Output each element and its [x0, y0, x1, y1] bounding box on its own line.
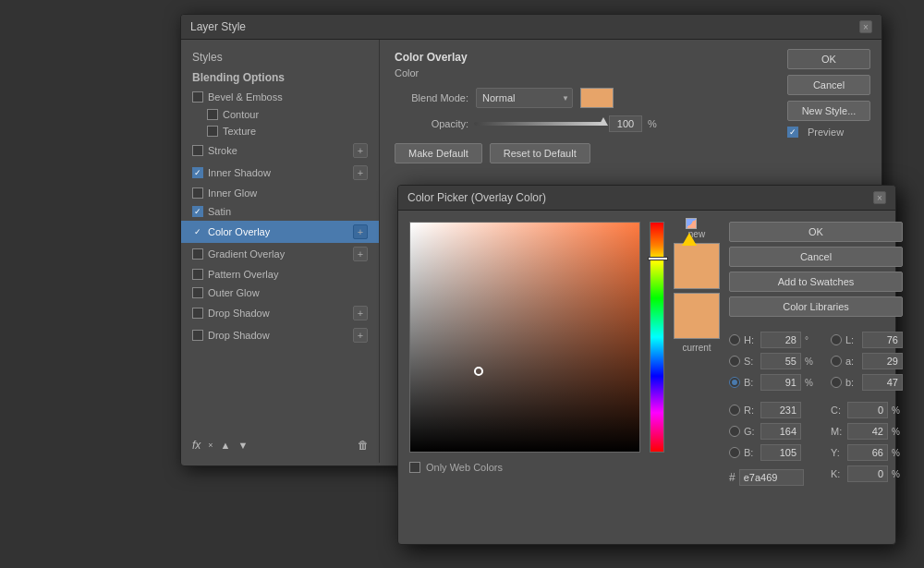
bv-radio[interactable]	[729, 447, 740, 458]
b-radio[interactable]	[729, 377, 740, 388]
blab-radio[interactable]	[831, 377, 842, 388]
Y-unit: %	[892, 448, 903, 458]
inner-glow-checkbox[interactable]	[192, 187, 203, 199]
s-radio[interactable]	[729, 356, 740, 367]
a-radio[interactable]	[831, 356, 842, 367]
add-to-swatches-button[interactable]: Add to Swatches	[729, 272, 903, 292]
g-input[interactable]	[760, 423, 801, 440]
bevel-label: Bevel & Emboss	[208, 91, 283, 103]
move-up-button[interactable]: ▲	[221, 440, 231, 451]
Y-input[interactable]	[847, 444, 888, 461]
L-radio[interactable]	[831, 334, 842, 345]
sidebar-item-satin[interactable]: Satin	[181, 202, 379, 221]
color-overlay-checkbox[interactable]	[192, 226, 203, 237]
reset-to-default-button[interactable]: Reset to Default	[490, 143, 590, 163]
blend-mode-select[interactable]: Normal	[476, 88, 573, 108]
drop-shadow-1-plus-button[interactable]: +	[353, 306, 368, 320]
sidebar-item-drop-shadow-1[interactable]: Drop Shadow +	[181, 302, 379, 324]
drop-shadow-2-checkbox[interactable]	[192, 330, 203, 341]
make-default-button[interactable]: Make Default	[395, 143, 482, 163]
h-radio[interactable]	[729, 334, 740, 345]
blending-options-item[interactable]: Blending Options	[181, 67, 379, 88]
delete-button[interactable]: 🗑	[358, 439, 369, 452]
styles-header[interactable]: Styles	[181, 47, 379, 67]
gradient-overlay-checkbox[interactable]	[192, 248, 203, 260]
web-colors-row: Only Web Colors	[409, 462, 640, 473]
color-overlay-plus-button[interactable]: +	[353, 224, 368, 239]
bevel-checkbox[interactable]	[192, 91, 203, 103]
color-gradient-area[interactable]	[409, 222, 640, 453]
a-input[interactable]	[862, 353, 903, 369]
contour-checkbox[interactable]	[207, 109, 218, 120]
L-input[interactable]	[862, 332, 903, 348]
s-input[interactable]	[760, 353, 801, 369]
ok-button[interactable]: OK	[787, 49, 870, 69]
cp-cancel-button[interactable]: Cancel	[729, 247, 903, 267]
web-colors-checkbox[interactable]	[409, 462, 420, 473]
opacity-input[interactable]	[609, 115, 642, 132]
preview-checkbox[interactable]	[787, 127, 798, 138]
action-buttons: Make Default Reset to Default	[395, 143, 657, 163]
current-swatch[interactable]	[674, 293, 720, 339]
gradient-overlay-plus-button[interactable]: +	[353, 247, 368, 261]
pattern-overlay-checkbox[interactable]	[192, 269, 203, 280]
r-radio[interactable]	[729, 405, 740, 416]
outer-glow-checkbox[interactable]	[192, 287, 203, 298]
drop-shadow-1-checkbox[interactable]	[192, 308, 203, 319]
s-row: S: %	[729, 353, 816, 369]
contour-label: Contour	[223, 109, 259, 120]
move-down-button[interactable]: ▼	[238, 440, 249, 451]
sidebar-item-gradient-overlay[interactable]: Gradient Overlay +	[181, 243, 379, 265]
b-input[interactable]	[760, 374, 801, 391]
stroke-checkbox[interactable]	[192, 145, 203, 156]
cp-ok-button[interactable]: OK	[729, 222, 903, 242]
sidebar-item-color-overlay[interactable]: Color Overlay +	[181, 221, 379, 243]
g-radio[interactable]	[729, 426, 740, 437]
cube-warning-icon	[686, 218, 697, 229]
C-unit: %	[892, 405, 903, 416]
inner-shadow-checkbox[interactable]	[192, 167, 203, 178]
slider-thumb	[599, 117, 608, 126]
new-swatch[interactable]	[674, 243, 720, 289]
r-input[interactable]	[760, 402, 801, 418]
satin-checkbox[interactable]	[192, 206, 203, 217]
opacity-slider[interactable]	[474, 122, 603, 126]
action-panel: OK Cancel New Style... Preview	[787, 49, 870, 138]
sidebar-item-contour[interactable]: Contour	[181, 106, 379, 123]
color-libraries-button[interactable]: Color Libraries	[729, 296, 903, 317]
sidebar-item-inner-glow[interactable]: Inner Glow	[181, 184, 379, 202]
sidebar-item-stroke[interactable]: Stroke +	[181, 139, 379, 162]
K-input[interactable]	[847, 465, 888, 482]
current-label: current	[682, 343, 711, 353]
texture-checkbox[interactable]	[207, 126, 218, 137]
sidebar-item-drop-shadow-2[interactable]: Drop Shadow +	[181, 324, 379, 346]
M-input[interactable]	[847, 423, 888, 440]
cp-close-button[interactable]: ×	[873, 191, 886, 204]
dialog-title-bar: Layer Style ×	[181, 15, 881, 40]
drop-shadow-2-label: Drop Shadow	[208, 330, 270, 341]
hue-slider[interactable]	[650, 222, 664, 453]
sidebar-item-inner-shadow[interactable]: Inner Shadow +	[181, 162, 379, 184]
layer-style-close-button[interactable]: ×	[859, 20, 872, 33]
C-input[interactable]	[847, 402, 888, 418]
hex-label: #	[729, 471, 736, 484]
stroke-plus-button[interactable]: +	[353, 143, 368, 158]
cancel-button[interactable]: Cancel	[787, 75, 870, 95]
sidebar-item-outer-glow[interactable]: Outer Glow	[181, 284, 379, 302]
drop-shadow-2-plus-button[interactable]: +	[353, 328, 368, 343]
inner-shadow-plus-button[interactable]: +	[353, 165, 368, 180]
color-swatch[interactable]	[580, 88, 614, 108]
blab-label: b:	[845, 377, 858, 388]
blend-mode-row: Blend Mode: Normal ▼	[395, 88, 657, 108]
sidebar-item-texture[interactable]: Texture	[181, 123, 379, 139]
blab-input[interactable]	[862, 374, 903, 391]
new-style-button[interactable]: New Style...	[787, 101, 870, 121]
b-row: B: %	[729, 374, 816, 391]
cp-body: Only Web Colors new current	[398, 211, 895, 541]
h-input[interactable]	[760, 332, 801, 348]
bv-input[interactable]	[760, 444, 801, 461]
M-unit: %	[892, 427, 903, 437]
sidebar-item-bevel[interactable]: Bevel & Emboss	[181, 88, 379, 106]
sidebar-item-pattern-overlay[interactable]: Pattern Overlay	[181, 265, 379, 284]
hex-input[interactable]	[739, 469, 804, 486]
